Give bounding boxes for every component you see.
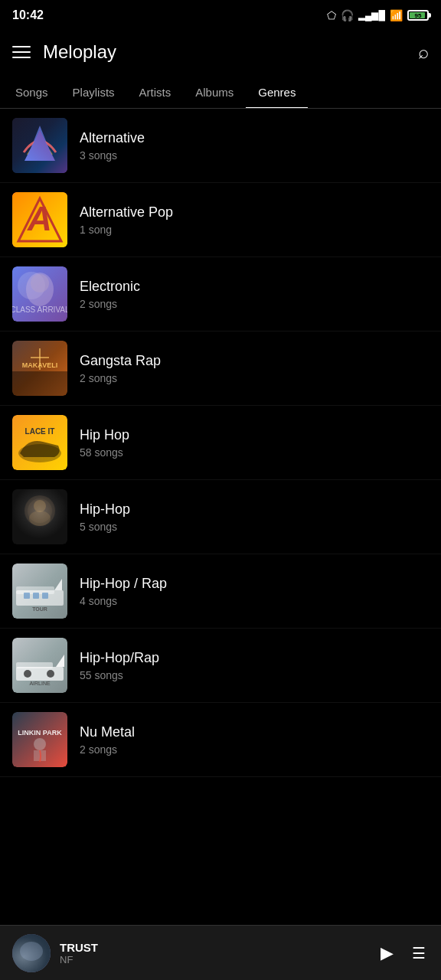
svg-rect-29	[42, 593, 48, 599]
genre-thumb-electronic: CLASS ARRIVAL	[12, 266, 67, 322]
battery-icon: 95	[407, 10, 429, 21]
svg-rect-35	[16, 662, 53, 668]
now-playing-bar[interactable]: TRUST NF ▶ ☰	[0, 925, 441, 980]
now-playing-thumb	[12, 934, 51, 972]
genre-name-alternative: Alternative	[80, 130, 145, 146]
nav-tabs: Songs Playlists Artists Albums Genres	[0, 77, 441, 109]
queue-button[interactable]: ☰	[409, 941, 429, 965]
svg-text:CLASS ARRIVAL: CLASS ARRIVAL	[12, 305, 67, 314]
electronic-art: CLASS ARRIVAL	[12, 266, 67, 322]
genre-info-gangsta-rap: Gangsta Rap 2 songs	[80, 353, 161, 384]
genre-info-alt-pop: Alternative Pop 1 song	[80, 204, 173, 236]
svg-point-41	[34, 738, 46, 750]
alternative-art	[12, 118, 67, 173]
hiphoprap2-art: AIRLINE	[12, 638, 67, 693]
genre-name-hip-hop-rap: Hip-Hop / Rap	[80, 576, 167, 592]
gangsta-art: MAKAVELI	[12, 341, 67, 396]
genre-count-alternative: 3 songs	[80, 149, 145, 162]
hamburger-line-2	[12, 51, 31, 53]
genre-count-gangsta-rap: 2 songs	[80, 372, 161, 384]
bluetooth-icon: ⬠	[327, 9, 336, 21]
svg-point-9	[31, 274, 49, 292]
genre-item-nu-metal[interactable]: LINKIN PARK Nu Metal 2 songs	[0, 703, 441, 777]
now-playing-controls: ▶ ☰	[377, 940, 429, 966]
genre-item-electronic[interactable]: CLASS ARRIVAL Electronic 2 songs	[0, 257, 441, 332]
genre-info-hip-hop2: Hip-Hop 5 songs	[80, 501, 130, 533]
numetal-art: LINKIN PARK	[12, 712, 67, 767]
tab-genres[interactable]: Genres	[246, 77, 308, 108]
genre-thumb-alternative	[12, 118, 67, 173]
search-button[interactable]: ⌕	[418, 41, 429, 63]
hiphop2-art	[12, 489, 67, 544]
now-playing-info: TRUST NF	[60, 941, 368, 965]
genre-count-hip-hop: 58 songs	[80, 446, 129, 459]
svg-point-22	[34, 500, 46, 512]
play-button[interactable]: ▶	[377, 940, 397, 966]
svg-text:AIRLINE: AIRLINE	[29, 681, 51, 686]
header-left: Meloplay	[12, 41, 116, 63]
tab-albums[interactable]: Albums	[183, 77, 246, 108]
genre-item-alternative[interactable]: Alternative 3 songs	[0, 109, 441, 183]
hamburger-line-1	[12, 46, 31, 47]
hiphop-art: LACE IT	[12, 415, 67, 470]
status-icons: ⬠ 🎧 ▂▄▆█ 📶 95	[327, 9, 429, 21]
genre-item-hip-hop-rap[interactable]: TOUR Hip-Hop / Rap 4 songs	[0, 554, 441, 629]
app-title: Meloplay	[43, 41, 116, 63]
genre-count-electronic: 2 songs	[80, 298, 140, 310]
genre-list: Alternative 3 songs A Alternative Pop	[0, 109, 441, 838]
tab-songs[interactable]: Songs	[3, 77, 60, 108]
genre-count-alt-pop: 1 song	[80, 224, 173, 236]
now-playing-album-art	[12, 934, 51, 972]
menu-button[interactable]	[12, 46, 31, 58]
svg-point-23	[29, 511, 51, 526]
status-time: 10:42	[12, 8, 44, 22]
genre-info-alternative: Alternative 3 songs	[80, 130, 145, 162]
genre-count-hip-hop-rap: 4 songs	[80, 595, 167, 607]
svg-point-36	[24, 670, 31, 678]
genre-thumb-hip-hop-rap2: AIRLINE	[12, 638, 67, 693]
genre-info-electronic: Electronic 2 songs	[80, 279, 140, 310]
tab-artists[interactable]: Artists	[127, 77, 184, 108]
svg-point-37	[47, 670, 54, 678]
svg-text:LACE IT: LACE IT	[25, 427, 55, 436]
genre-thumb-gangsta-rap: MAKAVELI	[12, 341, 67, 396]
genre-item-alternative-pop[interactable]: A Alternative Pop 1 song	[0, 183, 441, 257]
now-playing-artist: NF	[60, 954, 368, 965]
svg-text:TOUR: TOUR	[32, 606, 47, 612]
svg-text:LINKIN PARK: LINKIN PARK	[18, 729, 62, 737]
headphones-icon: 🎧	[341, 9, 354, 21]
genre-count-hip-hop-rap2: 55 songs	[80, 669, 159, 681]
svg-rect-28	[33, 593, 39, 599]
genre-name-gangsta-rap: Gangsta Rap	[80, 353, 161, 369]
genre-name-nu-metal: Nu Metal	[80, 724, 135, 740]
hamburger-line-3	[12, 57, 31, 58]
genre-info-hip-hop: Hip Hop 58 songs	[80, 427, 129, 459]
alt-pop-art: A	[12, 192, 67, 247]
genre-info-nu-metal: Nu Metal 2 songs	[80, 724, 135, 756]
svg-rect-27	[24, 593, 30, 599]
genre-item-hip-hop[interactable]: LACE IT Hip Hop 58 songs	[0, 406, 441, 480]
genre-item-hip-hop-rap2[interactable]: AIRLINE Hip-Hop/Rap 55 songs	[0, 629, 441, 703]
hiphoprap-art: TOUR	[12, 564, 67, 619]
svg-rect-33	[16, 667, 64, 681]
genre-thumb-alt-pop: A	[12, 192, 67, 247]
app-header: Meloplay ⌕	[0, 31, 441, 77]
svg-rect-12	[12, 371, 67, 396]
tab-playlists[interactable]: Playlists	[60, 77, 127, 108]
genre-info-hip-hop-rap: Hip-Hop / Rap 4 songs	[80, 576, 167, 607]
genre-name-hip-hop2: Hip-Hop	[80, 501, 130, 518]
genre-name-alt-pop: Alternative Pop	[80, 204, 173, 220]
genre-item-gangsta-rap[interactable]: MAKAVELI Gangsta Rap 2 songs	[0, 332, 441, 406]
genre-name-hip-hop: Hip Hop	[80, 427, 129, 443]
signal-icon: ▂▄▆█	[358, 10, 385, 21]
wifi-icon: 📶	[390, 9, 403, 21]
genre-name-electronic: Electronic	[80, 279, 140, 295]
genre-name-hip-hop-rap2: Hip-Hop/Rap	[80, 650, 159, 666]
genre-thumb-nu-metal: LINKIN PARK	[12, 712, 67, 767]
status-bar: 10:42 ⬠ 🎧 ▂▄▆█ 📶 95	[0, 0, 441, 31]
genre-info-hip-hop-rap2: Hip-Hop/Rap 55 songs	[80, 650, 159, 681]
genre-item-hip-hop2[interactable]: Hip-Hop 5 songs	[0, 480, 441, 554]
genre-count-hip-hop2: 5 songs	[80, 521, 130, 533]
genre-thumb-hip-hop-rap: TOUR	[12, 564, 67, 619]
now-playing-title: TRUST	[60, 941, 368, 954]
